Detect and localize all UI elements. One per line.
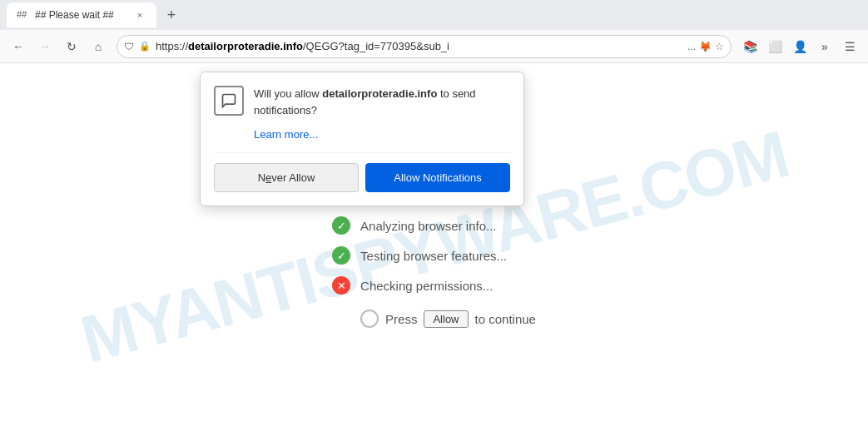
check-icon-1: ✓ (332, 216, 350, 235)
more-options-icon[interactable]: ... (687, 41, 696, 52)
check-item-1: ✓ Analyzing browser info... (332, 216, 496, 235)
right-nav-icons: 📚 ⬜ 👤 » ☰ (738, 35, 861, 58)
nav-bar: ← → ↻ ⌂ 🛡 🔒 https://detailorproteradie.i… (0, 30, 868, 63)
url-domain: detailorproteradie.info (188, 40, 303, 52)
continue-text: to continue (475, 312, 536, 326)
tab-close-button[interactable]: × (133, 8, 146, 22)
library-button[interactable]: 📚 (738, 35, 761, 58)
popup-domain: detailorproteradie.info (322, 87, 437, 100)
shield-icon: 🛡 (124, 41, 134, 52)
tab-title: ## Please wait ## (35, 9, 126, 21)
sync-button[interactable]: ⬜ (763, 35, 786, 58)
menu-button[interactable]: ☰ (838, 35, 861, 58)
url-text: https://detailorproteradie.info/QEGG?tag… (156, 40, 682, 52)
url-prefix: https:// (156, 40, 188, 52)
check-icon-2: ✓ (332, 246, 350, 265)
check-label-3: Checking permissions... (360, 279, 493, 293)
check-icon-3: ✕ (332, 276, 350, 295)
new-tab-button[interactable]: + (160, 3, 183, 27)
check-label-2: Testing browser features... (360, 249, 507, 263)
url-path: /QEGG?tag_id=770395&sub_i (303, 40, 449, 52)
never-allow-label: Never Allow (258, 171, 315, 184)
notification-popup: Will you allow detailorproteradie.info t… (200, 72, 524, 206)
home-button[interactable]: ⌂ (87, 35, 110, 58)
refresh-button[interactable]: ↻ (60, 35, 83, 58)
check-label-1: Analyzing browser info... (360, 219, 496, 233)
pending-icon (360, 310, 379, 328)
learn-more-link[interactable]: Learn more... (254, 128, 510, 141)
press-text: Press (385, 312, 417, 326)
popup-message-text: Will you allow (254, 87, 322, 100)
check-item-3: ✕ Checking permissions... (332, 276, 493, 295)
press-row: Press Allow to continue (332, 310, 536, 328)
check-item-2: ✓ Testing browser features... (332, 246, 507, 265)
popup-buttons: Never Allow Allow Notifications (214, 152, 510, 192)
browser-window: ## ## Please wait ## × + ← → ↻ ⌂ 🛡 🔒 htt… (0, 0, 868, 431)
popup-header: Will you allow detailorproteradie.info t… (214, 86, 510, 118)
notification-icon (214, 86, 244, 116)
check-list: ✓ Analyzing browser info... ✓ Testing br… (332, 216, 536, 328)
popup-message: Will you allow detailorproteradie.info t… (254, 86, 510, 118)
forward-button[interactable]: → (33, 35, 57, 58)
tab-bar: ## ## Please wait ## × + (0, 0, 868, 30)
allow-notifications-button[interactable]: Allow Notifications (365, 163, 510, 192)
lock-icon: 🔒 (139, 41, 151, 52)
extensions-button[interactable]: » (813, 35, 836, 58)
page-content: MYANTISPYWARE.COM Will you allow detailo… (0, 63, 868, 431)
allow-inline-button[interactable]: Allow (424, 310, 468, 328)
address-bar[interactable]: 🛡 🔒 https://detailorproteradie.info/QEGG… (117, 35, 732, 58)
back-button[interactable]: ← (7, 35, 30, 58)
profile-button[interactable]: 👤 (788, 35, 811, 58)
active-tab[interactable]: ## ## Please wait ## × (7, 2, 156, 27)
pocket-icon[interactable]: 🦊 (699, 41, 712, 52)
never-allow-button[interactable]: Never Allow (214, 163, 359, 192)
bookmark-icon[interactable]: ☆ (715, 41, 724, 52)
address-bar-icons: ... 🦊 ☆ (687, 41, 724, 52)
tab-favicon: ## (17, 9, 28, 21)
